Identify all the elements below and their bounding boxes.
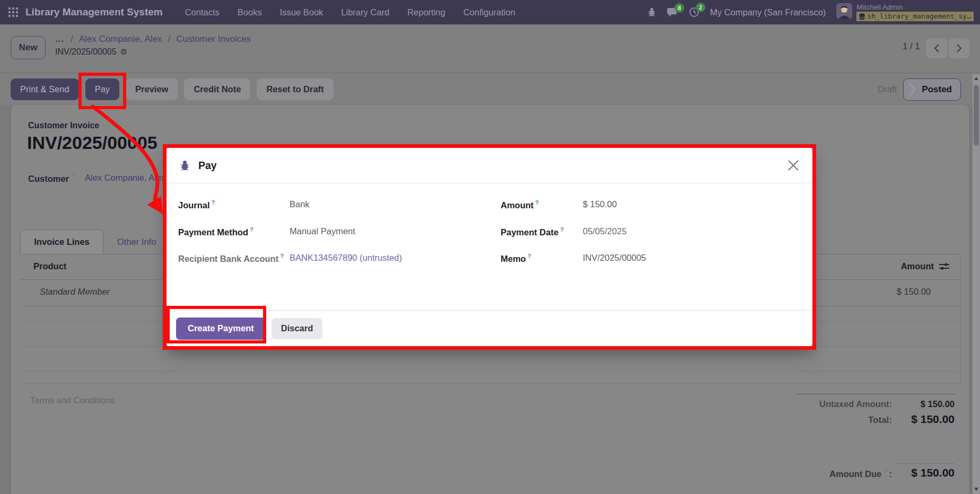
activities-clock-icon[interactable]: 2 <box>689 7 699 17</box>
total-value: $ 150.00 <box>895 413 955 426</box>
help-icon: ? <box>212 199 215 206</box>
amount-due-block: Amount Due? : $ 150.00 <box>797 463 955 479</box>
amount-value[interactable]: $ 150.00 <box>583 199 801 209</box>
customer-value-link[interactable]: Alex Companie, Alex <box>85 173 164 184</box>
breadcrumb-current: INV/2025/00005 <box>55 47 117 57</box>
vertical-scrollbar[interactable] <box>973 74 980 494</box>
help-icon: ? <box>528 253 531 259</box>
tab-invoice-lines[interactable]: Invoice Lines <box>20 230 103 254</box>
credit-note-button[interactable]: Credit Note <box>184 78 250 100</box>
column-header-product[interactable]: Product <box>33 261 66 271</box>
activities-badge: 2 <box>696 3 705 12</box>
dialog-footer: Create Payment Discard <box>167 310 812 346</box>
help-icon: ? <box>250 226 253 233</box>
menu-reporting[interactable]: Reporting <box>407 7 445 17</box>
total-label: Total: <box>797 415 895 426</box>
totals-block: Untaxed Amount: $ 150.00 Total: $ 150.00 <box>797 394 955 429</box>
invoice-type-label: Customer Invoice <box>28 121 99 130</box>
customer-label: Customer <box>28 174 69 183</box>
terms-placeholder[interactable]: Terms and Conditions <box>30 395 115 405</box>
dialog-body: Journal? Bank Amount? $ 150.00 Payment M… <box>167 183 812 269</box>
gear-icon[interactable]: ⚙ <box>120 47 127 57</box>
payment-date-value[interactable]: 05/05/2025 <box>583 226 801 236</box>
new-button[interactable]: New <box>11 36 46 59</box>
main-menu: Contacts Books Issue Book Library Card R… <box>185 7 515 17</box>
scrollbar-thumb[interactable] <box>974 85 979 146</box>
amount-label: Amount <box>501 200 533 210</box>
payment-method-value[interactable]: Manual Payment <box>290 226 501 236</box>
breadcrumb-ellipsis[interactable]: … <box>55 34 65 45</box>
help-icon: ? <box>280 253 284 259</box>
tab-other-info[interactable]: Other Info <box>103 230 170 254</box>
reset-to-draft-button[interactable]: Reset to Draft <box>257 78 333 100</box>
sliders-icon[interactable] <box>939 262 949 270</box>
create-payment-button[interactable]: Create Payment <box>176 317 266 340</box>
status-draft[interactable]: Draft <box>877 84 897 95</box>
panel-divider <box>0 73 980 73</box>
app-title[interactable]: Library Management System <box>25 6 163 18</box>
messages-badge: 8 <box>675 3 684 13</box>
scroll-up-arrow[interactable] <box>974 77 978 80</box>
help-icon: ? <box>71 173 74 179</box>
menu-configuration[interactable]: Configuration <box>463 7 515 17</box>
table-end-line <box>20 383 960 384</box>
bug-icon <box>179 160 190 171</box>
pay-dialog: Pay Journal? Bank Amount? $ 150.00 Payme… <box>167 148 812 346</box>
breadcrumb-link-invoices[interactable]: Customer Invoices <box>176 34 251 45</box>
statusbar: Draft Posted <box>877 78 961 101</box>
breadcrumb-link-partner[interactable]: Alex Companie, Alex <box>79 34 162 45</box>
control-panel: New … / Alex Companie, Alex / Customer I… <box>0 24 980 105</box>
status-posted[interactable]: Posted <box>903 78 961 101</box>
close-icon[interactable] <box>787 159 800 172</box>
memo-label: Memo <box>501 254 526 263</box>
recipient-bank-label: Recipient Bank Account <box>178 254 278 263</box>
apps-grid-icon[interactable] <box>8 7 18 17</box>
pay-button[interactable]: Pay <box>85 78 119 100</box>
menu-contacts[interactable]: Contacts <box>185 7 220 17</box>
empty-row-line <box>20 371 960 372</box>
amount-due-label: Amount Due <box>829 469 881 478</box>
pager-next-button[interactable] <box>948 38 969 58</box>
recipient-bank-value-link[interactable]: BANK134567890 (untrusted) <box>290 253 501 263</box>
journal-label: Journal <box>178 200 210 210</box>
navbar-right: 8 2 My Company (San Francisco) <box>647 3 980 21</box>
amount-due-value: $ 150.00 <box>895 466 955 479</box>
pager-previous-button[interactable] <box>926 38 947 58</box>
help-icon: ? <box>560 226 564 233</box>
statusbar-chevron-icon <box>909 83 915 96</box>
invoice-number: INV/2025/00005 <box>27 133 158 153</box>
customer-field-row: Customer? Alex Companie, Alex <box>28 173 164 184</box>
database-badge: sh_library_management_sy… <box>856 12 974 21</box>
messages-icon[interactable]: 8 <box>667 7 678 17</box>
help-icon: ? <box>535 199 539 206</box>
cell-amount: $ 150.00 <box>897 287 931 297</box>
payment-method-label: Payment Method <box>178 227 248 236</box>
action-buttons: Print & Send Pay Preview Credit Note Res… <box>11 78 334 100</box>
chevron-right-icon <box>956 44 962 52</box>
journal-value[interactable]: Bank <box>290 199 501 209</box>
avatar <box>836 3 852 21</box>
untaxed-amount-value: $ 150.00 <box>895 399 955 409</box>
memo-value[interactable]: INV/2025/00005 <box>583 253 801 263</box>
app-window: Library Management System Contacts Books… <box>0 0 980 494</box>
column-header-amount[interactable]: Amount <box>901 261 949 271</box>
untaxed-amount-label: Untaxed Amount: <box>797 399 895 409</box>
empty-row-line <box>20 346 960 347</box>
discard-button[interactable]: Discard <box>272 318 323 339</box>
database-icon <box>859 13 865 20</box>
chevron-left-icon <box>934 44 940 52</box>
dialog-header: Pay <box>167 148 812 183</box>
user-menu[interactable]: Mitchell Admin sh_library_management_sy… <box>836 3 974 21</box>
print-send-button[interactable]: Print & Send <box>11 78 79 100</box>
cell-product: Standard Member <box>40 287 110 297</box>
scroll-down-arrow[interactable] <box>974 488 978 491</box>
preview-button[interactable]: Preview <box>126 78 178 100</box>
menu-library-card[interactable]: Library Card <box>341 7 389 17</box>
dialog-title: Pay <box>198 160 217 172</box>
menu-books[interactable]: Books <box>238 7 262 17</box>
bug-icon[interactable] <box>647 7 657 17</box>
help-icon: ? <box>883 468 887 474</box>
menu-issue-book[interactable]: Issue Book <box>280 7 323 17</box>
company-switcher[interactable]: My Company (San Francisco) <box>710 7 826 17</box>
user-name: Mitchell Admin <box>856 3 974 12</box>
